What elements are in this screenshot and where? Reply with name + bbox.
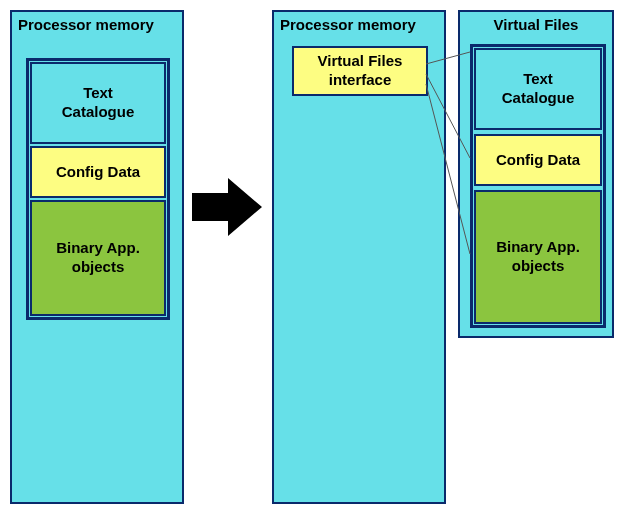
middle-panel-title: Processor memory (274, 12, 444, 35)
right-virtual-files-panel: Virtual Files Text Catalogue Config Data… (458, 10, 614, 338)
arrow-icon (192, 178, 262, 236)
left-binary-objects-block: Binary App. objects (30, 200, 166, 316)
middle-processor-memory-panel: Processor memory Virtual Files interface (272, 10, 446, 504)
right-config-data-block: Config Data (474, 134, 602, 186)
left-processor-memory-panel: Processor memory Text Catalogue Config D… (10, 10, 184, 504)
right-binary-objects-block: Binary App. objects (474, 190, 602, 324)
virtual-files-interface-block: Virtual Files interface (292, 46, 428, 96)
left-config-data-block: Config Data (30, 146, 166, 198)
right-text-catalogue-block: Text Catalogue (474, 48, 602, 130)
left-panel-title: Processor memory (12, 12, 182, 35)
left-text-catalogue-block: Text Catalogue (30, 62, 166, 144)
right-panel-title: Virtual Files (460, 12, 612, 35)
svg-marker-0 (192, 178, 262, 236)
